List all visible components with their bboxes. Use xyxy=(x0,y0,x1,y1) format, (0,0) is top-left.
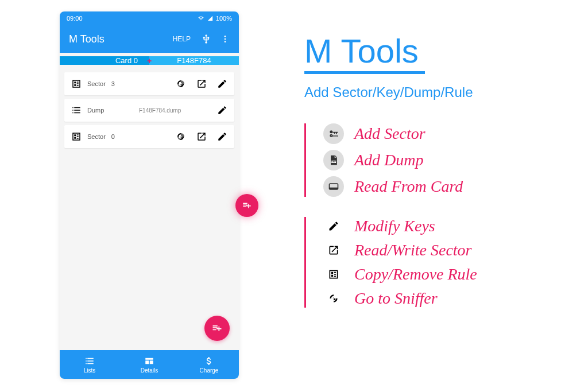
nav-label: Charge xyxy=(200,367,219,374)
legend-label: Copy/Remove Rule xyxy=(354,265,477,284)
list-item[interactable]: Sector 3 xyxy=(64,72,234,95)
legend-label: Go to Sniffer xyxy=(354,289,438,308)
legend-item: Copy/Remove Rule xyxy=(323,265,477,284)
signal-icon xyxy=(207,15,214,21)
legend-item: Read From Card xyxy=(323,176,463,197)
legend-group-2: Modify Keys Read/Write Sector Copy/Remov… xyxy=(304,217,557,308)
usb-icon[interactable] xyxy=(201,34,211,44)
svg-point-4 xyxy=(330,135,332,137)
legend-item: Add Sector xyxy=(323,123,463,144)
row-info: F148F784.dump xyxy=(139,107,211,114)
title-underline xyxy=(304,71,425,74)
edit-icon[interactable] xyxy=(217,79,227,89)
app-bar: M Tools HELP xyxy=(60,25,239,53)
rule-icon xyxy=(71,79,82,89)
add-card-icon[interactable]: + xyxy=(147,56,152,65)
legend-label: Modify Keys xyxy=(354,217,435,235)
callout-fab-icon xyxy=(235,194,258,217)
page-subtitle: Add Sector/Key/Dump/Rule xyxy=(304,84,557,100)
svg-point-1 xyxy=(225,38,226,40)
fab-add-button[interactable] xyxy=(204,316,230,341)
legend-group-1: Add Sector DMP Add Dump Read From Card xyxy=(304,123,557,197)
list-item[interactable]: Dump F148F784.dump xyxy=(64,99,234,122)
card-icon xyxy=(323,176,344,197)
svg-point-2 xyxy=(225,41,226,42)
page-title: M Tools xyxy=(304,32,557,70)
legend-item: DMP Add Dump xyxy=(323,150,463,170)
legend-bar xyxy=(304,123,306,197)
card-header: Card 0 + F148F784 xyxy=(60,53,239,68)
row-label: Dump xyxy=(87,107,104,114)
card-header-left[interactable]: Card 0 xyxy=(60,56,149,65)
open-icon xyxy=(323,244,344,256)
nav-label: Details xyxy=(141,367,158,374)
app-title: M Tools xyxy=(69,33,168,45)
nav-label: Lists xyxy=(84,367,96,374)
status-right: 100% xyxy=(198,15,232,22)
key-icon xyxy=(323,123,344,144)
svg-point-0 xyxy=(225,36,226,37)
rule-icon xyxy=(71,131,82,142)
legend-item: Read/Write Sector xyxy=(323,241,477,259)
nav-charge[interactable]: Charge xyxy=(179,350,239,379)
edit-icon[interactable] xyxy=(217,131,227,142)
open-icon[interactable] xyxy=(196,79,207,89)
content-area: Sector 3 Dump xyxy=(60,68,239,350)
row-label: Sector xyxy=(87,80,106,87)
edit-icon[interactable] xyxy=(217,105,227,115)
legend-bar xyxy=(304,217,306,308)
svg-text:DMP: DMP xyxy=(331,161,336,163)
legend-item: Go to Sniffer xyxy=(323,289,477,308)
legend-label: Add Dump xyxy=(354,151,424,169)
row-label: Sector xyxy=(87,133,106,140)
menu-overflow-icon[interactable] xyxy=(220,34,230,44)
info-panel: M Tools Add Sector/Key/Dump/Rule Add Sec… xyxy=(304,32,557,328)
status-bar: 09:00 100% xyxy=(60,11,239,25)
legend-label: Read From Card xyxy=(354,177,463,196)
dump-file-icon: DMP xyxy=(323,150,344,170)
svg-point-3 xyxy=(330,130,332,133)
rule-icon xyxy=(323,269,344,280)
sniffer-icon[interactable] xyxy=(176,131,186,142)
bottom-nav: Lists Details Charge xyxy=(60,350,239,379)
list-icon xyxy=(71,105,82,115)
svg-rect-8 xyxy=(330,188,338,189)
card-id: F148F784 xyxy=(177,56,211,65)
sniffer-icon xyxy=(323,293,344,304)
row-num: 0 xyxy=(111,133,115,140)
card-label: Card 0 xyxy=(115,56,138,65)
battery-text: 100% xyxy=(216,15,232,22)
row-num: 3 xyxy=(111,80,115,87)
list-item[interactable]: Sector 0 xyxy=(64,125,234,148)
legend-label: Read/Write Sector xyxy=(354,241,472,259)
wifi-icon xyxy=(198,15,204,21)
nav-lists[interactable]: Lists xyxy=(60,350,119,379)
sniffer-icon[interactable] xyxy=(176,79,186,89)
status-time: 09:00 xyxy=(67,15,83,22)
card-header-right[interactable]: F148F784 xyxy=(149,56,239,65)
nav-details[interactable]: Details xyxy=(119,350,179,379)
phone-mockup: 09:00 100% M Tools HELP Card 0 + F xyxy=(60,11,239,379)
edit-icon xyxy=(323,220,344,232)
help-button[interactable]: HELP xyxy=(173,35,191,43)
legend-item: Modify Keys xyxy=(323,217,477,235)
open-icon[interactable] xyxy=(196,131,207,142)
legend-label: Add Sector xyxy=(354,125,425,143)
